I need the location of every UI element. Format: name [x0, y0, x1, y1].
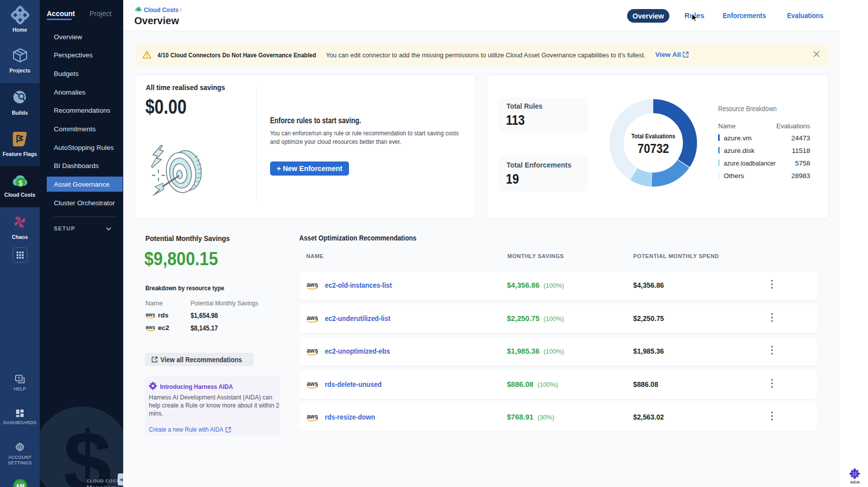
svg-text:aws: aws [307, 281, 318, 288]
svg-text:aws: aws [307, 347, 318, 354]
svg-text:aws: aws [307, 314, 318, 321]
svg-text:$: $ [18, 179, 23, 187]
svg-text:aws: aws [307, 413, 318, 420]
svg-text:?: ? [18, 376, 20, 381]
svg-text:aws: aws [307, 380, 318, 387]
